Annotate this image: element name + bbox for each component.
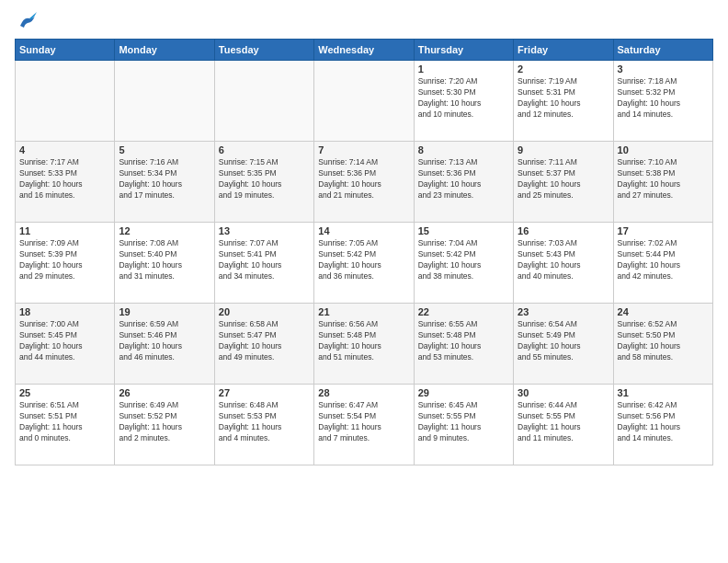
day-number: 22 — [418, 306, 509, 317]
calendar-cell: 1Sunrise: 7:20 AMSunset: 5:30 PMDaylight… — [414, 61, 513, 142]
calendar-cell: 27Sunrise: 6:48 AMSunset: 5:53 PMDayligh… — [214, 385, 313, 465]
day-number: 20 — [219, 306, 310, 317]
calendar-cell: 14Sunrise: 7:05 AMSunset: 5:42 PMDayligh… — [314, 223, 414, 304]
day-number: 16 — [518, 225, 609, 236]
day-number: 26 — [119, 387, 210, 398]
day-info: Sunrise: 7:10 AMSunset: 5:38 PMDaylight:… — [618, 157, 709, 201]
calendar-cell: 10Sunrise: 7:10 AMSunset: 5:38 PMDayligh… — [613, 142, 712, 223]
day-info: Sunrise: 7:13 AMSunset: 5:36 PMDaylight:… — [418, 157, 509, 201]
day-number: 23 — [518, 306, 609, 317]
day-info: Sunrise: 7:14 AMSunset: 5:36 PMDaylight:… — [318, 157, 409, 201]
logo — [15, 11, 37, 31]
calendar-cell: 5Sunrise: 7:16 AMSunset: 5:34 PMDaylight… — [115, 142, 214, 223]
calendar-cell: 4Sunrise: 7:17 AMSunset: 5:33 PMDaylight… — [16, 142, 115, 223]
calendar-cell: 18Sunrise: 7:00 AMSunset: 5:45 PMDayligh… — [16, 304, 115, 385]
day-info: Sunrise: 6:44 AMSunset: 5:55 PMDaylight:… — [518, 400, 609, 444]
day-info: Sunrise: 6:49 AMSunset: 5:52 PMDaylight:… — [119, 400, 210, 444]
day-number: 12 — [119, 225, 210, 236]
calendar-cell — [214, 61, 313, 142]
day-info: Sunrise: 7:00 AMSunset: 5:45 PMDaylight:… — [19, 319, 110, 363]
day-info: Sunrise: 7:07 AMSunset: 5:41 PMDaylight:… — [219, 238, 310, 282]
calendar-week-1: 1Sunrise: 7:20 AMSunset: 5:30 PMDaylight… — [16, 61, 713, 142]
calendar-cell: 9Sunrise: 7:11 AMSunset: 5:37 PMDaylight… — [514, 142, 613, 223]
calendar-cell: 2Sunrise: 7:19 AMSunset: 5:31 PMDaylight… — [514, 61, 613, 142]
calendar-cell: 21Sunrise: 6:56 AMSunset: 5:48 PMDayligh… — [314, 304, 414, 385]
day-number: 3 — [618, 63, 709, 75]
weekday-header-saturday: Saturday — [613, 40, 712, 61]
day-info: Sunrise: 7:20 AMSunset: 5:30 PMDaylight:… — [418, 76, 509, 121]
day-info: Sunrise: 7:08 AMSunset: 5:40 PMDaylight:… — [119, 238, 210, 282]
day-info: Sunrise: 6:59 AMSunset: 5:46 PMDaylight:… — [119, 319, 210, 363]
day-number: 28 — [318, 387, 409, 398]
day-number: 10 — [618, 144, 709, 155]
calendar-cell: 12Sunrise: 7:08 AMSunset: 5:40 PMDayligh… — [115, 223, 214, 304]
calendar-header-row: SundayMondayTuesdayWednesdayThursdayFrid… — [16, 40, 713, 61]
day-number: 11 — [19, 225, 110, 236]
page: SundayMondayTuesdayWednesdayThursdayFrid… — [0, 0, 728, 563]
day-number: 21 — [318, 306, 409, 317]
day-info: Sunrise: 7:03 AMSunset: 5:43 PMDaylight:… — [518, 238, 609, 282]
day-number: 9 — [518, 144, 609, 155]
calendar-cell: 25Sunrise: 6:51 AMSunset: 5:51 PMDayligh… — [16, 385, 115, 465]
day-number: 8 — [418, 144, 509, 155]
day-info: Sunrise: 6:47 AMSunset: 5:54 PMDaylight:… — [318, 400, 409, 444]
weekday-header-friday: Friday — [514, 40, 613, 61]
calendar-cell: 30Sunrise: 6:44 AMSunset: 5:55 PMDayligh… — [514, 385, 613, 465]
day-info: Sunrise: 7:19 AMSunset: 5:31 PMDaylight:… — [518, 76, 609, 121]
weekday-header-thursday: Thursday — [414, 40, 513, 61]
day-number: 30 — [518, 387, 609, 398]
calendar-week-5: 25Sunrise: 6:51 AMSunset: 5:51 PMDayligh… — [16, 385, 713, 465]
day-number: 29 — [418, 387, 509, 398]
calendar-cell — [115, 61, 214, 142]
day-info: Sunrise: 6:48 AMSunset: 5:53 PMDaylight:… — [219, 400, 310, 444]
day-number: 27 — [219, 387, 310, 398]
calendar-cell: 28Sunrise: 6:47 AMSunset: 5:54 PMDayligh… — [314, 385, 414, 465]
day-number: 6 — [219, 144, 310, 155]
day-info: Sunrise: 6:51 AMSunset: 5:51 PMDaylight:… — [19, 400, 110, 444]
weekday-header-wednesday: Wednesday — [314, 40, 414, 61]
day-info: Sunrise: 6:55 AMSunset: 5:48 PMDaylight:… — [418, 319, 509, 363]
day-number: 24 — [618, 306, 709, 317]
day-info: Sunrise: 6:54 AMSunset: 5:49 PMDaylight:… — [518, 319, 609, 363]
day-number: 31 — [618, 387, 709, 398]
calendar-week-3: 11Sunrise: 7:09 AMSunset: 5:39 PMDayligh… — [16, 223, 713, 304]
calendar-cell: 23Sunrise: 6:54 AMSunset: 5:49 PMDayligh… — [514, 304, 613, 385]
day-number: 18 — [19, 306, 110, 317]
weekday-header-tuesday: Tuesday — [214, 40, 313, 61]
calendar-cell: 29Sunrise: 6:45 AMSunset: 5:55 PMDayligh… — [414, 385, 513, 465]
calendar-cell: 7Sunrise: 7:14 AMSunset: 5:36 PMDaylight… — [314, 142, 414, 223]
header — [15, 11, 713, 31]
calendar-cell: 8Sunrise: 7:13 AMSunset: 5:36 PMDaylight… — [414, 142, 513, 223]
weekday-header-sunday: Sunday — [16, 40, 115, 61]
day-info: Sunrise: 7:02 AMSunset: 5:44 PMDaylight:… — [618, 238, 709, 282]
calendar-week-4: 18Sunrise: 7:00 AMSunset: 5:45 PMDayligh… — [16, 304, 713, 385]
calendar-cell: 19Sunrise: 6:59 AMSunset: 5:46 PMDayligh… — [115, 304, 214, 385]
day-info: Sunrise: 7:09 AMSunset: 5:39 PMDaylight:… — [19, 238, 110, 282]
calendar-cell: 15Sunrise: 7:04 AMSunset: 5:42 PMDayligh… — [414, 223, 513, 304]
calendar-cell: 6Sunrise: 7:15 AMSunset: 5:35 PMDaylight… — [214, 142, 313, 223]
day-info: Sunrise: 7:05 AMSunset: 5:42 PMDaylight:… — [318, 238, 409, 282]
day-info: Sunrise: 6:56 AMSunset: 5:48 PMDaylight:… — [318, 319, 409, 363]
day-number: 4 — [19, 144, 110, 155]
calendar-cell: 22Sunrise: 6:55 AMSunset: 5:48 PMDayligh… — [414, 304, 513, 385]
calendar: SundayMondayTuesdayWednesdayThursdayFrid… — [15, 39, 713, 465]
calendar-cell: 17Sunrise: 7:02 AMSunset: 5:44 PMDayligh… — [613, 223, 712, 304]
calendar-cell: 24Sunrise: 6:52 AMSunset: 5:50 PMDayligh… — [613, 304, 712, 385]
day-info: Sunrise: 6:58 AMSunset: 5:47 PMDaylight:… — [219, 319, 310, 363]
day-number: 17 — [618, 225, 709, 236]
day-number: 7 — [318, 144, 409, 155]
day-info: Sunrise: 7:04 AMSunset: 5:42 PMDaylight:… — [418, 238, 509, 282]
day-number: 15 — [418, 225, 509, 236]
calendar-cell — [16, 61, 115, 142]
calendar-cell: 11Sunrise: 7:09 AMSunset: 5:39 PMDayligh… — [16, 223, 115, 304]
day-number: 19 — [119, 306, 210, 317]
day-number: 25 — [19, 387, 110, 398]
day-info: Sunrise: 6:52 AMSunset: 5:50 PMDaylight:… — [618, 319, 709, 363]
calendar-cell: 13Sunrise: 7:07 AMSunset: 5:41 PMDayligh… — [214, 223, 313, 304]
calendar-cell: 20Sunrise: 6:58 AMSunset: 5:47 PMDayligh… — [214, 304, 313, 385]
day-info: Sunrise: 6:45 AMSunset: 5:55 PMDaylight:… — [418, 400, 509, 444]
calendar-cell: 16Sunrise: 7:03 AMSunset: 5:43 PMDayligh… — [514, 223, 613, 304]
day-info: Sunrise: 6:42 AMSunset: 5:56 PMDaylight:… — [618, 400, 709, 444]
calendar-cell — [314, 61, 414, 142]
day-number: 5 — [119, 144, 210, 155]
